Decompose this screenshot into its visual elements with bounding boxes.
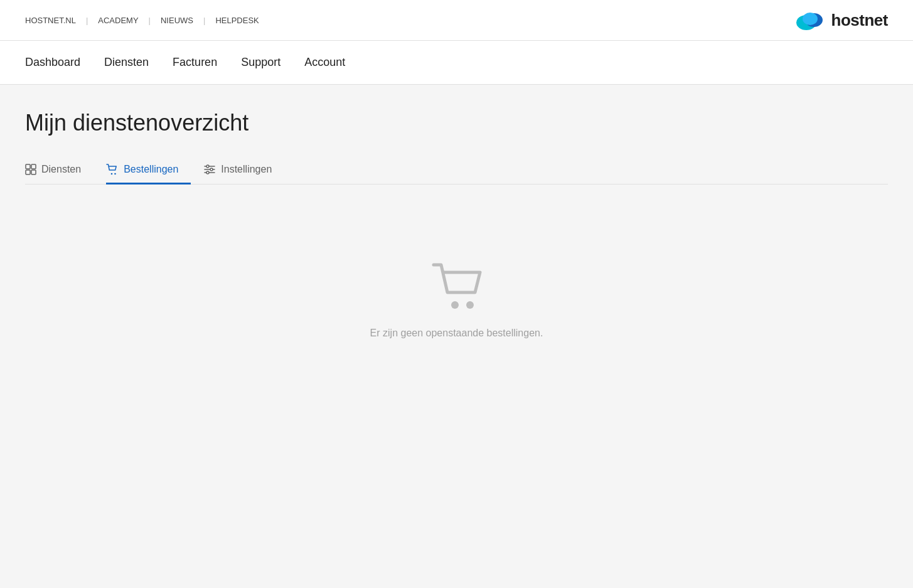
svg-point-12	[206, 165, 209, 168]
topbar-link-academy[interactable]: ACADEMY	[88, 16, 148, 25]
tab-bestellingen[interactable]: Bestellingen	[106, 156, 191, 184]
empty-state: Er zijn geen openstaande bestellingen.	[25, 184, 888, 377]
nav-link-facturen[interactable]: Facturen	[173, 41, 235, 84]
svg-rect-5	[26, 170, 30, 174]
svg-point-8	[114, 173, 116, 175]
topbar-link-hostnet[interactable]: HOSTNET.NL	[25, 16, 86, 25]
bestellingen-tab-icon	[106, 164, 119, 175]
empty-cart-icon	[429, 260, 485, 313]
empty-state-message: Er zijn geen openstaande bestellingen.	[370, 328, 543, 339]
svg-point-7	[111, 173, 113, 175]
topbar-link-nieuws[interactable]: NIEUWS	[151, 16, 203, 25]
tab-bestellingen-label: Bestellingen	[124, 164, 178, 175]
nav-link-account[interactable]: Account	[304, 41, 363, 84]
svg-point-14	[206, 171, 209, 174]
nav-link-diensten[interactable]: Diensten	[104, 41, 166, 84]
logo-text: hostnet	[831, 11, 888, 30]
svg-rect-6	[31, 170, 36, 174]
svg-point-15	[451, 301, 459, 309]
main-nav: Dashboard Diensten Facturen Support Acco…	[0, 41, 913, 85]
page-title: Mijn dienstenoverzicht	[25, 110, 888, 136]
tab-instellingen-label: Instellingen	[221, 164, 272, 175]
tab-diensten-label: Diensten	[41, 164, 81, 175]
svg-rect-4	[31, 164, 36, 169]
topbar-link-helpdesk[interactable]: HELPDESK	[205, 16, 269, 25]
nav-link-support[interactable]: Support	[241, 41, 298, 84]
tabs: Diensten Bestellingen	[25, 156, 888, 184]
svg-rect-3	[26, 164, 30, 169]
logo[interactable]: hostnet	[795, 9, 888, 31]
svg-point-13	[210, 168, 213, 171]
tab-diensten[interactable]: Diensten	[25, 156, 93, 184]
tab-instellingen[interactable]: Instellingen	[203, 156, 284, 184]
page-content: Mijn dienstenoverzicht Diensten	[0, 85, 913, 588]
top-bar: HOSTNET.NL | ACADEMY | NIEUWS | HELPDESK…	[0, 0, 913, 41]
hostnet-logo-icon	[795, 9, 825, 31]
diensten-tab-icon	[25, 164, 36, 175]
instellingen-tab-icon	[203, 164, 216, 175]
top-bar-links: HOSTNET.NL | ACADEMY | NIEUWS | HELPDESK	[25, 16, 269, 25]
nav-link-dashboard[interactable]: Dashboard	[25, 41, 98, 84]
svg-point-2	[803, 13, 818, 25]
svg-point-16	[466, 301, 474, 309]
